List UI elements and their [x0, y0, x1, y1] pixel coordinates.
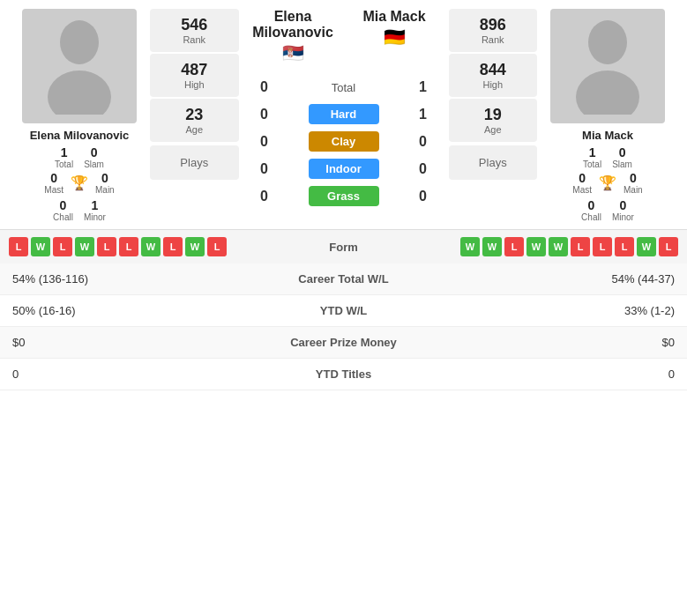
svg-point-3 — [576, 71, 639, 115]
indoor-score-row: 0 Indoor 0 — [243, 157, 445, 181]
form-badge-l: L — [53, 237, 72, 256]
clay-score-row: 0 Clay 0 — [243, 130, 445, 153]
left-main-stat: 0 Main — [95, 171, 115, 195]
left-high-box: 487 High — [150, 54, 239, 97]
stats-right-val-0: 54% (44-37) — [432, 272, 676, 286]
total-right-score: 1 — [410, 79, 437, 95]
hard-score-row: 0 Hard 1 — [243, 102, 445, 126]
right-mast-value: 0 — [579, 171, 586, 185]
stats-center-label-2: Career Prize Money — [256, 336, 432, 349]
grass-right-score: 0 — [410, 189, 437, 204]
left-bottom-stats: 0 Chall 1 Minor — [53, 198, 106, 222]
left-rank-label: Rank — [161, 34, 228, 45]
left-chall-label: Chall — [53, 212, 73, 222]
form-badge-w: W — [75, 237, 94, 256]
comparison-row: Elena Milovanovic 1 Total 0 Slam 0 Mast … — [0, 0, 687, 222]
right-rank-label: Rank — [459, 34, 527, 45]
left-minor-stat: 1 Minor — [84, 198, 106, 222]
right-age-box: 19 Age — [449, 99, 538, 142]
right-plays-box: Plays — [449, 145, 538, 180]
left-mast-value: 0 — [50, 171, 57, 185]
stats-left-val-2: $0 — [12, 336, 256, 349]
left-player-basic-stats: 1 Total 0 Slam — [55, 145, 104, 169]
right-player-basic-stats: 1 Total 0 Slam — [583, 145, 632, 169]
indoor-left-score: 0 — [251, 161, 278, 177]
stats-row-2: $0Career Prize Money$0 — [0, 327, 687, 359]
hard-right-score: 1 — [410, 107, 437, 122]
right-mast-label: Mast — [572, 185, 592, 195]
left-rank-num: 546 — [161, 16, 228, 34]
right-high-num: 844 — [459, 61, 527, 79]
right-rank-box: 896 Rank — [449, 9, 538, 52]
stats-left-val-1: 50% (16-16) — [12, 304, 256, 317]
right-total-label: Total — [583, 160, 601, 169]
hard-button[interactable]: Hard — [309, 104, 379, 124]
form-badge-w: W — [31, 237, 50, 256]
stats-center-label-1: YTD W/L — [256, 304, 432, 317]
left-minor-value: 1 — [92, 198, 99, 212]
right-total-value: 1 — [589, 145, 596, 160]
form-badge-l: L — [9, 237, 28, 256]
svg-point-0 — [60, 20, 99, 64]
svg-point-1 — [48, 71, 111, 115]
clay-right-score: 0 — [410, 134, 437, 150]
left-header: ElenaMilovanovic 🇷🇸 — [243, 9, 344, 63]
right-player-panel: Mia Mack 1 Total 0 Slam 0 Mast 🏆 0 — [537, 9, 678, 222]
indoor-button[interactable]: Indoor — [309, 159, 379, 179]
right-minor-label: Minor — [612, 212, 634, 222]
stats-center-label-3: YTD Titles — [256, 367, 432, 381]
left-chall-stat: 0 Chall — [53, 198, 73, 222]
form-badge-w: W — [637, 237, 656, 256]
left-age-num: 23 — [161, 106, 228, 124]
grass-left-score: 0 — [251, 189, 278, 204]
right-player-avatar — [550, 9, 665, 123]
left-minor-label: Minor — [84, 212, 106, 222]
left-slam-stat: 0 Slam — [84, 145, 104, 169]
form-badge-l: L — [615, 237, 634, 256]
form-badge-w: W — [526, 237, 546, 256]
form-badge-l: L — [163, 237, 183, 256]
form-badge-w: W — [482, 237, 502, 256]
left-header-name: ElenaMilovanovic — [252, 9, 333, 41]
right-main-value: 0 — [630, 171, 637, 185]
form-badge-l: L — [97, 237, 116, 256]
left-high-num: 487 — [161, 61, 228, 79]
right-trophy-row: 0 Mast 🏆 0 Main — [572, 171, 642, 195]
right-high-box: 844 High — [449, 54, 538, 97]
grass-button[interactable]: Grass — [309, 186, 379, 206]
main-container: Elena Milovanovic 1 Total 0 Slam 0 Mast … — [0, 0, 687, 390]
left-chall-value: 0 — [60, 198, 67, 212]
left-high-label: High — [161, 79, 228, 90]
right-header-name: Mia Mack — [362, 9, 425, 25]
right-main-label: Main — [624, 185, 643, 195]
form-badge-w: W — [549, 237, 568, 256]
right-rank-num: 896 — [459, 16, 527, 34]
right-chall-label: Chall — [581, 212, 601, 222]
right-age-num: 19 — [459, 106, 527, 124]
form-badge-l: L — [119, 237, 138, 256]
svg-point-2 — [588, 20, 627, 64]
left-flag: 🇷🇸 — [282, 42, 304, 63]
clay-button[interactable]: Clay — [309, 131, 379, 152]
right-main-stat: 0 Main — [624, 171, 643, 195]
left-rank-box: 546 Rank — [150, 9, 239, 52]
left-main-value: 0 — [101, 171, 108, 185]
left-mast-stat: 0 Mast — [44, 171, 63, 195]
grass-score-row: 0 Grass 0 — [243, 184, 445, 208]
center-column: ElenaMilovanovic 🇷🇸 Mia Mack 🇩🇪 0 Total … — [243, 9, 445, 222]
left-main-label: Main — [95, 185, 115, 195]
form-badge-l: L — [571, 237, 590, 256]
stats-row-3: 0YTD Titles0 — [0, 359, 687, 390]
right-trophy-icon: 🏆 — [599, 174, 616, 191]
left-total-value: 1 — [61, 145, 68, 160]
form-section: LWLWLLWLWL Form WWLWWLLLWL — [0, 229, 687, 263]
left-mast-label: Mast — [44, 185, 63, 195]
players-header: ElenaMilovanovic 🇷🇸 Mia Mack 🇩🇪 — [243, 9, 445, 67]
left-total-stat: 1 Total — [55, 145, 73, 169]
total-label: Total — [309, 81, 379, 94]
right-mast-stat: 0 Mast — [572, 171, 592, 195]
right-total-stat: 1 Total — [583, 145, 601, 169]
stats-row-0: 54% (136-116)Career Total W/L54% (44-37) — [0, 263, 687, 295]
right-player-name: Mia Mack — [582, 129, 633, 142]
hard-left-score: 0 — [251, 107, 278, 122]
